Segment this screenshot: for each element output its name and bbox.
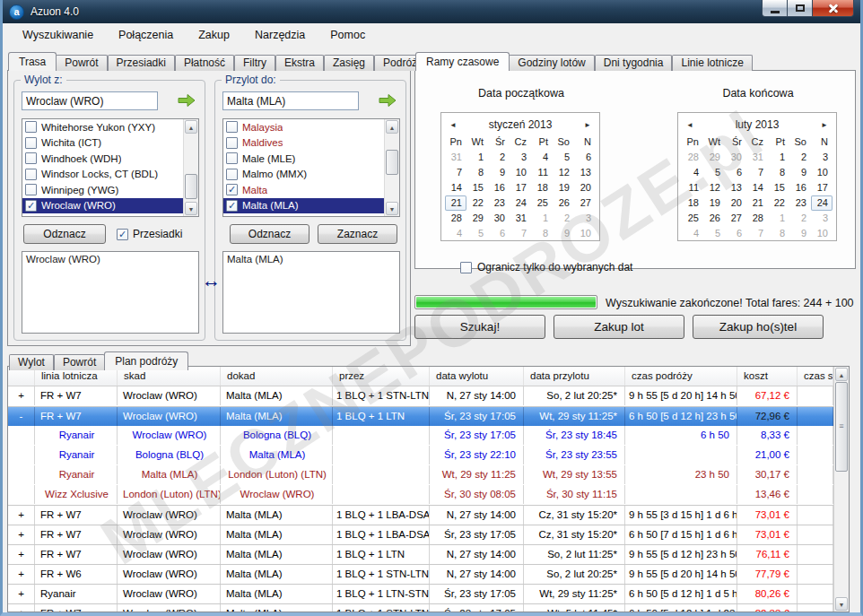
- table-row[interactable]: +FR + W7Wroclaw (WRO)Malta (MLA)1 BLQ + …: [8, 544, 833, 564]
- menu-item-połączenia[interactable]: Połączenia: [109, 25, 182, 45]
- calendar-day[interactable]: 25: [682, 211, 703, 226]
- calendar-day[interactable]: 17: [811, 180, 832, 195]
- tab-wylot[interactable]: Wylot: [9, 354, 54, 370]
- list-item[interactable]: Windhoek (WDH): [22, 151, 183, 167]
- item-checkbox[interactable]: [25, 169, 37, 180]
- scroll-down-icon[interactable]: ▼: [185, 202, 197, 215]
- calendar-day[interactable]: 6: [725, 226, 746, 241]
- item-checkbox[interactable]: ✓: [226, 200, 238, 212]
- calendar-day[interactable]: 9: [488, 165, 510, 180]
- calendar-day[interactable]: 20: [574, 180, 596, 195]
- calendar-day[interactable]: 31: [510, 211, 531, 226]
- arrive-deselect-button[interactable]: Odznacz: [230, 224, 309, 244]
- scroll-up-icon[interactable]: ▲: [386, 120, 398, 134]
- calendar-day[interactable]: 7: [510, 226, 531, 241]
- item-checkbox[interactable]: ✓: [25, 200, 37, 212]
- calendar-day[interactable]: 5: [703, 226, 725, 241]
- scrollbar-thumb[interactable]: [386, 150, 398, 175]
- calendar-next-icon[interactable]: ►: [580, 121, 596, 129]
- calendar-day[interactable]: 27: [574, 195, 596, 211]
- list-item[interactable]: Male (MLE): [223, 151, 384, 167]
- list-item[interactable]: ✓Malta: [223, 182, 384, 198]
- list-item[interactable]: Whitehorse Yukon (YXY): [22, 119, 183, 135]
- calendar-day[interactable]: 2: [789, 211, 811, 226]
- calendar-day[interactable]: 15: [768, 180, 789, 195]
- calendar-day[interactable]: 16: [488, 180, 510, 195]
- table-row[interactable]: +FR + W7Wroclaw (WRO)Malta (MLA)1 BLQ + …: [8, 603, 833, 612]
- depart-input[interactable]: [22, 91, 158, 110]
- arrive-list-scrollbar[interactable]: ▲ ▼: [384, 119, 399, 216]
- calendar-day[interactable]: 3: [811, 150, 832, 165]
- maximize-button[interactable]: [788, 0, 813, 17]
- tab-zasięg[interactable]: Zasięg: [324, 55, 374, 71]
- calendar-day[interactable]: 4: [682, 226, 703, 241]
- list-item[interactable]: Malaysia: [223, 119, 384, 135]
- scrollbar-thumb[interactable]: ≡: [835, 382, 848, 472]
- calendar-day[interactable]: 30: [488, 211, 510, 226]
- depart-deselect-button[interactable]: Odznacz: [23, 224, 106, 244]
- calendar-day[interactable]: 6: [725, 165, 746, 180]
- calendar-day[interactable]: 9: [789, 165, 811, 180]
- table-row[interactable]: RyanairMalta (MLA)London (Luton) (LTN)Wt…: [8, 465, 833, 485]
- item-checkbox[interactable]: ✓: [226, 184, 238, 195]
- calendar-day[interactable]: 7: [746, 165, 768, 180]
- calendar-day[interactable]: 12: [703, 180, 725, 195]
- list-item[interactable]: Winnipeg (YWG): [22, 182, 183, 198]
- arrive-go-icon[interactable]: [379, 93, 397, 108]
- table-row[interactable]: +RyanairWroclaw (WRO)Malta (MLA)1 BLQ + …: [8, 584, 833, 603]
- calendar-day[interactable]: 26: [553, 195, 574, 211]
- calendar-day[interactable]: 1: [768, 211, 789, 226]
- calendar-day[interactable]: 6: [574, 150, 596, 165]
- tab-linie-lotnicze[interactable]: Linie lotnicze: [672, 55, 752, 71]
- calendar-day[interactable]: 1: [768, 150, 789, 165]
- calendar-day[interactable]: 2: [488, 150, 510, 165]
- menu-item-pomoc[interactable]: Pomoc: [321, 25, 374, 45]
- table-row[interactable]: -FR + W7Wroclaw (WRO)Malta (MLA)1 BLQ + …: [8, 406, 833, 426]
- limit-dates-checkbox[interactable]: [460, 262, 472, 273]
- calendar-day[interactable]: 9: [789, 226, 811, 241]
- calendar-day[interactable]: 13: [574, 165, 596, 180]
- calendar-day[interactable]: 5: [703, 165, 725, 180]
- calendar-day[interactable]: 21: [746, 195, 768, 211]
- minimize-button[interactable]: [762, 0, 788, 17]
- calendar-day[interactable]: 18: [682, 195, 703, 211]
- calendar-day[interactable]: 29: [703, 150, 725, 165]
- depart-go-icon[interactable]: [178, 93, 196, 108]
- arrive-input[interactable]: [222, 91, 359, 110]
- calendar-day[interactable]: 10: [510, 165, 531, 180]
- tab-powrót[interactable]: Powrót: [56, 55, 107, 71]
- results-scrollbar[interactable]: ▲ ≡ ▼: [833, 367, 849, 612]
- item-checkbox[interactable]: [226, 137, 238, 149]
- item-checkbox[interactable]: [226, 152, 238, 164]
- tab-godziny-lotów[interactable]: Godziny lotów: [509, 55, 594, 71]
- calendar-day[interactable]: 23: [488, 195, 510, 211]
- table-row[interactable]: +FR + W6Wroclaw (WRO)Malta (MLA)1 BLQ + …: [8, 564, 833, 584]
- calendar-day[interactable]: 8: [768, 165, 789, 180]
- tab-płatność[interactable]: Płatność: [175, 55, 234, 71]
- table-row[interactable]: +FR + W7Wroclaw (WRO)Malta (MLA)1 BLQ + …: [8, 386, 833, 406]
- calendar-day[interactable]: 1: [466, 150, 488, 165]
- arrive-summary-box[interactable]: Malta (MLA): [222, 251, 400, 334]
- calendar-day[interactable]: 11: [682, 180, 703, 195]
- list-item[interactable]: Maldives: [223, 135, 384, 152]
- calendar-day[interactable]: 25: [531, 195, 553, 211]
- tab-ramy-czasowe[interactable]: Ramy czasowe: [415, 52, 510, 71]
- calendar-day[interactable]: 11: [531, 165, 553, 180]
- calendar-prev-icon[interactable]: ◄: [682, 121, 698, 129]
- calendar-day[interactable]: 21: [445, 195, 466, 211]
- calendar-day[interactable]: 4: [531, 150, 553, 165]
- item-checkbox[interactable]: [226, 169, 238, 180]
- table-row[interactable]: +FR + W7Wroclaw (WRO)Malta (MLA)1 BLQ + …: [8, 505, 833, 525]
- calendar-day[interactable]: 28: [445, 211, 466, 226]
- calendar-day[interactable]: 31: [746, 150, 768, 165]
- table-row[interactable]: +FR + W7Wroclaw (WRO)Malta (MLA)1 BLQ + …: [8, 525, 833, 544]
- calendar-day[interactable]: 13: [725, 180, 746, 195]
- arrive-select-button[interactable]: Zaznacz: [318, 224, 397, 244]
- list-item[interactable]: Wichita (ICT): [22, 135, 183, 152]
- list-item[interactable]: ✓Malta (MLA): [223, 198, 384, 214]
- calendar-day[interactable]: 5: [466, 226, 488, 241]
- scroll-up-icon[interactable]: ▲: [185, 120, 197, 134]
- tab-powrót[interactable]: Powrót: [54, 354, 105, 370]
- calendar-day[interactable]: 20: [725, 195, 746, 211]
- calendar-day[interactable]: 27: [725, 211, 746, 226]
